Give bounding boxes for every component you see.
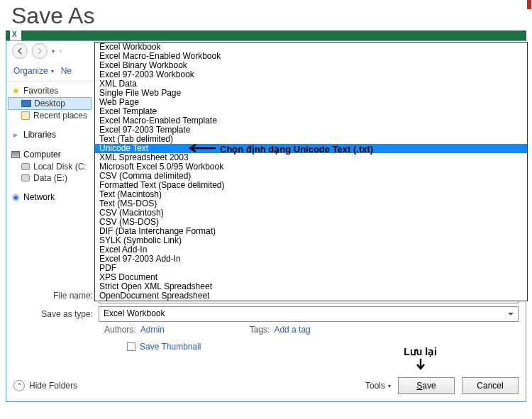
authors-value: Admin — [140, 325, 165, 335]
dropdown-item[interactable]: Web Page — [95, 98, 527, 107]
tags-label: Tags: — [250, 325, 270, 335]
tree-label: Libraries — [23, 130, 56, 140]
up-button-icon[interactable]: ↑ — [59, 48, 62, 55]
tree-label: Network — [23, 192, 55, 202]
organize-menu[interactable]: Organize — [13, 66, 54, 76]
tags-placeholder: Add a tag — [274, 325, 310, 335]
dropdown-item[interactable]: PDF — [95, 264, 527, 273]
forward-button[interactable] — [32, 43, 48, 59]
libraries-icon: ▸ — [11, 130, 21, 139]
navigation-tree[interactable]: ★Favorites Desktop Recent places ▸Librar… — [6, 82, 93, 308]
save-as-type-label: Save as type: — [13, 309, 99, 319]
bottom-row: ˄ Hide Folders Tools Save Cancel — [13, 377, 519, 394]
tree-local-disk-c[interactable]: Local Disk (C: — [8, 161, 92, 172]
back-button[interactable] — [12, 43, 28, 59]
tree-recent-places[interactable]: Recent places — [8, 110, 92, 121]
hide-folders-button[interactable]: ˄ Hide Folders — [13, 380, 77, 391]
tree-label: Recent places — [33, 111, 87, 121]
dropdown-item[interactable]: Text (Tab delimited) — [95, 135, 527, 144]
file-name-label: File name: — [13, 291, 99, 301]
tree-computer[interactable]: Computer — [8, 148, 92, 161]
hide-folders-label: Hide Folders — [29, 381, 77, 391]
authors-label: Authors: — [104, 325, 136, 335]
cancel-button[interactable]: Cancel — [462, 377, 519, 394]
arrow-down-icon — [414, 357, 428, 371]
chevron-up-icon: ˄ — [13, 380, 25, 391]
network-icon: ◉ — [11, 193, 21, 201]
drive-icon — [21, 174, 31, 182]
dialog-title: Save As — [0, 0, 532, 30]
dropdown-item[interactable]: Single File Web Page — [95, 89, 527, 98]
annotation-choose-format: Chọn định dạng Unicode Text (.txt) — [187, 143, 373, 155]
star-icon: ★ — [11, 86, 21, 95]
tree-label: Local Disk (C: — [33, 162, 87, 172]
excel-ribbon-strip — [6, 30, 526, 40]
dropdown-item[interactable]: CSV (Macintosh) — [95, 208, 527, 218]
dropdown-item[interactable]: Excel 97-2003 Workbook — [95, 70, 527, 79]
tools-menu[interactable]: Tools — [365, 381, 391, 391]
dropdown-item[interactable]: Unicode TextChọn định dạng Unicode Text … — [95, 144, 527, 153]
new-folder-button-partial[interactable]: Ne — [61, 66, 72, 76]
tree-label: Desktop — [34, 99, 65, 108]
dropdown-item[interactable]: Excel 97-2003 Add-In — [95, 255, 527, 264]
tree-label: Favorites — [23, 86, 58, 96]
tree-data-e[interactable]: Data (E:) — [8, 172, 92, 184]
recent-icon — [21, 111, 31, 120]
dropdown-item[interactable]: SYLK (Symbolic Link) — [95, 236, 527, 245]
save-as-type-dropdown[interactable]: Excel WorkbookExcel Macro-Enabled Workbo… — [94, 42, 528, 301]
tree-network[interactable]: ◉Network — [8, 191, 92, 203]
tree-libraries[interactable]: ▸Libraries — [8, 128, 92, 141]
drive-icon — [21, 162, 31, 171]
save-thumbnail-label: Save Thumbnail — [140, 342, 201, 352]
dropdown-item[interactable]: Text (Macintosh) — [95, 190, 527, 199]
close-hint-stripe — [527, 0, 531, 9]
tags-field[interactable]: Tags:Add a tag — [250, 325, 311, 335]
authors-field[interactable]: Authors:Admin — [104, 325, 165, 335]
tree-label: Data (E:) — [33, 173, 67, 183]
excel-icon — [10, 30, 21, 40]
tree-favorites[interactable]: ★Favorites — [8, 84, 92, 97]
save-thumbnail-row[interactable]: Save Thumbnail — [127, 342, 519, 352]
history-dropdown-icon[interactable]: ▾ — [52, 48, 55, 55]
tree-desktop[interactable]: Desktop — [8, 97, 92, 110]
save-as-type-combo[interactable]: Excel Workbook — [99, 306, 519, 322]
computer-icon — [11, 150, 21, 159]
dropdown-item[interactable]: OpenDocument Spreadsheet — [95, 291, 527, 301]
desktop-icon — [21, 99, 31, 108]
save-button-rest: ave — [422, 381, 436, 391]
save-button[interactable]: Save — [398, 377, 455, 394]
save-thumbnail-checkbox[interactable] — [127, 342, 135, 351]
tree-label: Computer — [23, 150, 61, 160]
